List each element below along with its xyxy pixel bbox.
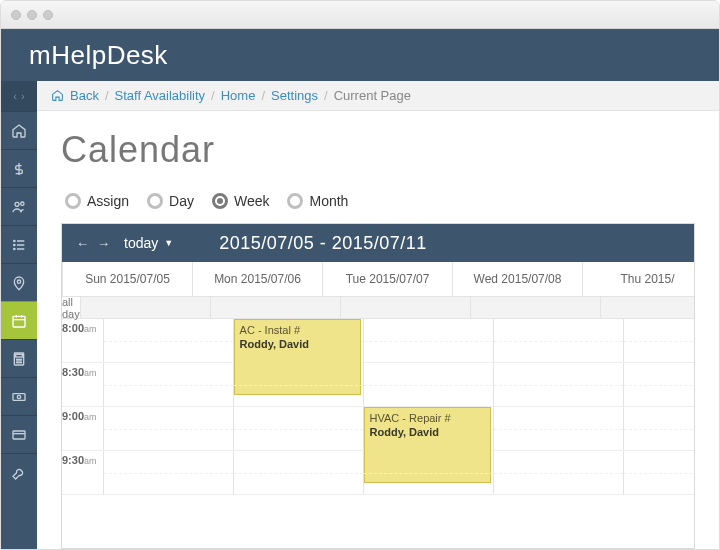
toggle-assign[interactable]: Assign <box>65 193 129 209</box>
svg-point-15 <box>16 359 17 360</box>
range-dropdown-icon[interactable]: ▼ <box>164 238 173 248</box>
time-cell[interactable] <box>624 407 694 450</box>
time-cell[interactable] <box>494 407 624 450</box>
nav-home[interactable] <box>1 111 37 149</box>
allday-cell[interactable] <box>601 297 694 318</box>
sidebar-collapse-button[interactable]: ‹ › <box>1 81 37 111</box>
time-cell[interactable] <box>624 363 694 406</box>
time-cell[interactable] <box>494 451 624 494</box>
breadcrumb-item[interactable]: Home <box>221 88 256 103</box>
chevron-left-icon: ‹ <box>13 90 17 102</box>
window-close-icon[interactable] <box>11 10 21 20</box>
event-person: Roddy, David <box>370 426 439 438</box>
titlebar <box>1 1 719 29</box>
svg-rect-9 <box>13 316 25 327</box>
day-header[interactable]: Tue 2015/07/07 <box>323 262 453 296</box>
breadcrumb-back[interactable]: Back <box>70 88 99 103</box>
next-button[interactable]: → <box>93 236 114 251</box>
time-cell[interactable] <box>364 451 494 494</box>
breadcrumb: Back / Staff Availability / Home / Setti… <box>37 81 719 111</box>
calendar-toolbar: ← → today ▼ 2015/07/05 - 2015/07/11 <box>62 224 694 262</box>
wrench-icon <box>11 465 27 481</box>
svg-point-2 <box>14 240 15 241</box>
time-cell[interactable] <box>104 319 234 362</box>
allday-label: all day <box>62 297 81 318</box>
toggle-label: Assign <box>87 193 129 209</box>
allday-cell[interactable] <box>211 297 341 318</box>
allday-cell[interactable] <box>341 297 471 318</box>
time-cell[interactable] <box>104 407 234 450</box>
time-cell[interactable] <box>494 319 624 362</box>
svg-point-20 <box>20 361 21 362</box>
radio-selected-icon <box>212 193 228 209</box>
allday-row: all day <box>62 297 694 319</box>
nav-calendar[interactable] <box>1 301 37 339</box>
breadcrumb-item[interactable]: Staff Availability <box>115 88 206 103</box>
view-toggles: Assign Day Week Month <box>61 193 695 209</box>
breadcrumb-sep: / <box>261 88 265 103</box>
allday-cell[interactable] <box>81 297 211 318</box>
event-title: HVAC - Repair # <box>370 411 485 425</box>
time-cell[interactable] <box>494 363 624 406</box>
day-header[interactable]: Thu 2015/ <box>583 262 695 296</box>
svg-point-22 <box>17 395 20 398</box>
svg-point-18 <box>16 361 17 362</box>
day-header[interactable]: Sun 2015/07/05 <box>63 262 193 296</box>
toggle-month[interactable]: Month <box>287 193 348 209</box>
calendar: ← → today ▼ 2015/07/05 - 2015/07/11 Sun … <box>61 223 695 549</box>
svg-point-19 <box>18 361 19 362</box>
brand-bar: mHelpDesk <box>1 29 719 81</box>
nav-list[interactable] <box>1 225 37 263</box>
svg-point-6 <box>14 248 15 249</box>
page-title: Calendar <box>61 129 695 171</box>
allday-cell[interactable] <box>471 297 601 318</box>
home-icon[interactable] <box>51 89 64 102</box>
nav-people[interactable] <box>1 187 37 225</box>
time-cell[interactable] <box>364 363 494 406</box>
time-cell[interactable] <box>234 451 364 494</box>
today-button[interactable]: today <box>124 235 158 251</box>
radio-icon <box>65 193 81 209</box>
time-cell[interactable] <box>104 451 234 494</box>
chevron-right-icon: › <box>21 90 25 102</box>
breadcrumb-item[interactable]: Settings <box>271 88 318 103</box>
toggle-label: Week <box>234 193 270 209</box>
time-cell[interactable] <box>104 363 234 406</box>
time-cell[interactable] <box>624 451 694 494</box>
svg-rect-14 <box>16 354 23 357</box>
day-header[interactable]: Wed 2015/07/08 <box>453 262 583 296</box>
svg-rect-23 <box>13 431 25 439</box>
event-person: Roddy, David <box>240 338 309 350</box>
calendar-header: Sun 2015/07/05 Mon 2015/07/06 Tue 2015/0… <box>62 262 694 297</box>
nav-card[interactable] <box>1 415 37 453</box>
window-max-icon[interactable] <box>43 10 53 20</box>
window-min-icon[interactable] <box>27 10 37 20</box>
pin-icon <box>11 275 27 291</box>
time-label: 8:30am <box>62 363 104 406</box>
list-icon <box>11 237 27 253</box>
date-range: 2015/07/05 - 2015/07/11 <box>173 233 684 254</box>
time-cell[interactable]: HVAC - Repair #Roddy, David <box>364 407 494 450</box>
svg-point-17 <box>20 359 21 360</box>
time-cell[interactable]: AC - Instal #Roddy, David <box>234 319 364 362</box>
day-header[interactable]: Mon 2015/07/06 <box>193 262 323 296</box>
nav-billing[interactable] <box>1 149 37 187</box>
toggle-week[interactable]: Week <box>212 193 270 209</box>
time-cell[interactable] <box>624 319 694 362</box>
prev-button[interactable]: ← <box>72 236 93 251</box>
nav-calculator[interactable] <box>1 339 37 377</box>
nav-tools[interactable] <box>1 453 37 491</box>
time-label: 9:00am <box>62 407 104 450</box>
time-cell[interactable] <box>234 407 364 450</box>
nav-map[interactable] <box>1 263 37 301</box>
svg-point-0 <box>15 202 19 206</box>
toggle-day[interactable]: Day <box>147 193 194 209</box>
time-cell[interactable] <box>234 363 364 406</box>
calculator-icon <box>11 351 27 367</box>
toggle-label: Day <box>169 193 194 209</box>
time-cell[interactable] <box>364 319 494 362</box>
nav-cash[interactable] <box>1 377 37 415</box>
radio-icon <box>147 193 163 209</box>
time-row: 9:30am <box>62 451 694 495</box>
sidebar: ‹ › <box>1 81 37 549</box>
